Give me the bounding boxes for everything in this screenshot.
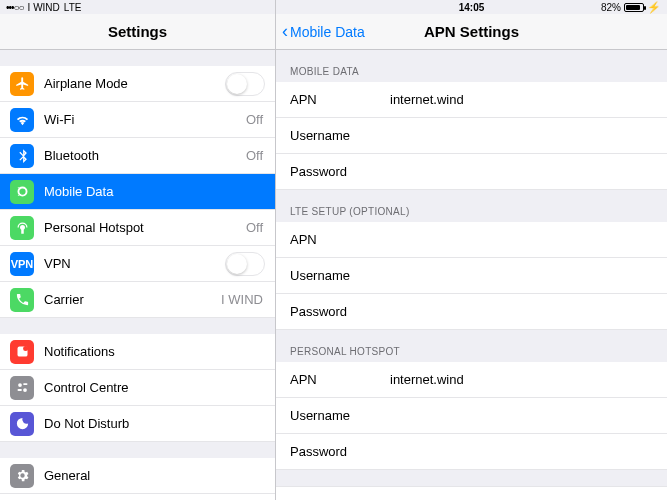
hotspot-icon <box>10 216 34 240</box>
apn-field-row[interactable]: Password <box>276 154 667 190</box>
apn-field-row[interactable]: Password <box>276 434 667 470</box>
reset-settings-button[interactable]: Reset Settings <box>276 486 667 500</box>
moon-icon <box>10 412 34 436</box>
settings-sidebar[interactable]: Airplane ModeWi-FiOffBluetoothOffMobile … <box>0 50 275 500</box>
back-button[interactable]: ‹ Mobile Data <box>282 21 365 42</box>
sidebar-item-value: Off <box>246 220 263 235</box>
gear-icon <box>10 464 34 488</box>
phone-icon <box>10 288 34 312</box>
sidebar-item-label: Carrier <box>44 292 221 307</box>
field-label: Password <box>290 164 390 179</box>
vpn-toggle[interactable] <box>225 252 265 276</box>
sidebar-item-label: Do Not Disturb <box>44 416 265 431</box>
airplane-toggle[interactable] <box>225 72 265 96</box>
apn-field-row[interactable]: Username <box>276 398 667 434</box>
network-type: LTE <box>64 2 82 13</box>
sidebar-item-dnd[interactable]: Do Not Disturb <box>0 406 275 442</box>
sidebar-item-notif[interactable]: Notifications <box>0 334 275 370</box>
svg-point-1 <box>23 346 28 351</box>
section-header: PERSONAL HOTSPOT <box>276 330 667 362</box>
field-label: Username <box>290 128 390 143</box>
back-label: Mobile Data <box>290 24 365 40</box>
status-time: 14:05 <box>459 2 485 13</box>
apn-field-row[interactable]: APNinternet.wind <box>276 82 667 118</box>
sidebar-item-label: Notifications <box>44 344 265 359</box>
svg-point-4 <box>23 388 27 392</box>
field-label: Password <box>290 304 390 319</box>
svg-rect-5 <box>17 389 21 391</box>
sidebar-item-label: Wi-Fi <box>44 112 246 127</box>
section-header: MOBILE DATA <box>276 50 667 82</box>
detail-header: ‹ Mobile Data APN Settings <box>276 14 667 50</box>
sidebar-item-wifi[interactable]: Wi-FiOff <box>0 102 275 138</box>
apn-field-row[interactable]: Username <box>276 258 667 294</box>
settings-header: Settings <box>0 14 275 50</box>
signal-dots: •••○○ <box>6 2 24 13</box>
field-label: Username <box>290 268 390 283</box>
wifi-icon <box>10 108 34 132</box>
apn-field-row[interactable]: Username <box>276 118 667 154</box>
svg-rect-3 <box>23 383 27 385</box>
control-centre-icon <box>10 376 34 400</box>
field-label: Password <box>290 444 390 459</box>
bluetooth-icon <box>10 144 34 168</box>
battery-icon <box>624 3 644 12</box>
chevron-left-icon: ‹ <box>282 21 288 42</box>
apn-field-row[interactable]: APN <box>276 222 667 258</box>
svg-point-2 <box>18 383 22 387</box>
charging-icon: ⚡ <box>647 1 661 14</box>
sidebar-item-label: Control Centre <box>44 380 265 395</box>
sidebar-item-value: I WIND <box>221 292 263 307</box>
notifications-icon <box>10 340 34 364</box>
settings-title: Settings <box>0 23 275 40</box>
sidebar-item-cc[interactable]: Control Centre <box>0 370 275 406</box>
field-label: Username <box>290 408 390 423</box>
vpn-icon: VPN <box>10 252 34 276</box>
sidebar-item-carrier[interactable]: CarrierI WIND <box>0 282 275 318</box>
carrier-name: I WIND <box>28 2 60 13</box>
section-header: LTE SETUP (OPTIONAL) <box>276 190 667 222</box>
sidebar-item-value: Off <box>246 148 263 163</box>
antenna-icon <box>10 180 34 204</box>
sidebar-item-value: Off <box>246 112 263 127</box>
sidebar-item-label: Bluetooth <box>44 148 246 163</box>
sidebar-item-label: General <box>44 468 265 483</box>
field-label: APN <box>290 92 390 107</box>
apn-field-row[interactable]: APNinternet.wind <box>276 362 667 398</box>
field-value[interactable]: internet.wind <box>390 92 464 107</box>
sidebar-item-hotspot[interactable]: Personal HotspotOff <box>0 210 275 246</box>
airplane-icon <box>10 72 34 96</box>
sidebar-item-label: Airplane Mode <box>44 76 225 91</box>
battery-percent: 82% <box>601 2 621 13</box>
apn-field-row[interactable]: Password <box>276 294 667 330</box>
detail-scroll[interactable]: MOBILE DATAAPNinternet.windUsernamePassw… <box>276 50 667 500</box>
sidebar-item-label: Mobile Data <box>44 184 265 199</box>
sidebar-item-display[interactable]: AADisplay & Brightness <box>0 494 275 500</box>
sidebar-item-mobile[interactable]: Mobile Data <box>0 174 275 210</box>
sidebar-item-general[interactable]: General <box>0 458 275 494</box>
sidebar-item-label: VPN <box>44 256 225 271</box>
field-label: APN <box>290 372 390 387</box>
sidebar-item-bt[interactable]: BluetoothOff <box>0 138 275 174</box>
field-value[interactable]: internet.wind <box>390 372 464 387</box>
field-label: APN <box>290 232 390 247</box>
sidebar-item-label: Personal Hotspot <box>44 220 246 235</box>
sidebar-item-vpn[interactable]: VPNVPN <box>0 246 275 282</box>
sidebar-item-airplane[interactable]: Airplane Mode <box>0 66 275 102</box>
